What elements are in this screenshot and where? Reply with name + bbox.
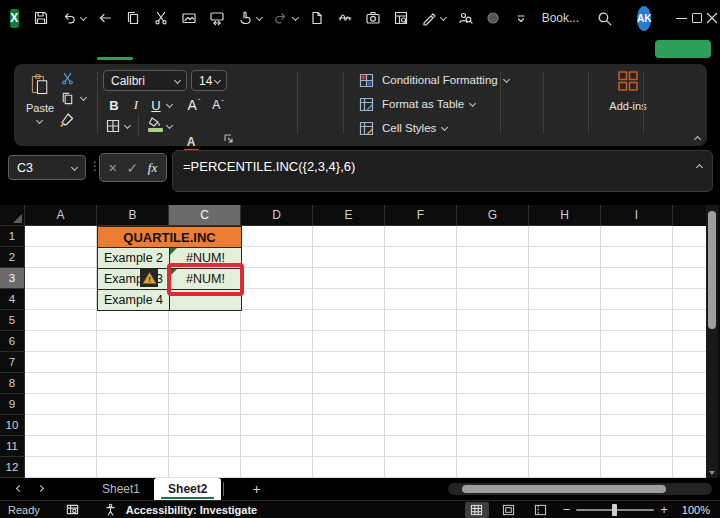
people-search-button[interactable]	[452, 4, 478, 32]
enter-button[interactable]: ✓	[127, 160, 139, 176]
avatar[interactable]: AK	[637, 6, 651, 31]
back-button[interactable]	[92, 4, 118, 32]
edit-text-button[interactable]	[332, 4, 358, 32]
cell-styles-button[interactable]: Cell Styles	[355, 118, 449, 138]
chevron-down-icon[interactable]	[124, 122, 132, 130]
window-close-button[interactable]	[704, 3, 720, 33]
print-preview-button[interactable]	[388, 4, 414, 32]
chevron-down-icon[interactable]	[166, 122, 174, 130]
camera-icon	[362, 6, 384, 30]
select-all-button[interactable]	[0, 205, 25, 226]
row-header-11[interactable]: 11	[0, 436, 25, 457]
font-name-value: Calibri	[111, 74, 145, 88]
horizontal-scrollbar[interactable]	[448, 483, 712, 495]
bold-button[interactable]: B	[104, 95, 124, 115]
addins-button[interactable]: Add-ins	[599, 68, 657, 134]
column-header-E[interactable]: E	[313, 205, 385, 226]
cell-B4[interactable]: Example 4	[97, 289, 170, 311]
copy-button[interactable]	[120, 4, 146, 32]
zoom-in-button[interactable]: +	[660, 502, 668, 517]
record-button[interactable]	[480, 4, 506, 32]
row-header-7[interactable]: 7	[0, 352, 25, 373]
find-replace-button[interactable]	[204, 4, 230, 32]
font-size-select[interactable]: 14	[191, 70, 227, 91]
zoom-out-button[interactable]: −	[563, 502, 571, 517]
new-file-button[interactable]	[304, 4, 330, 32]
redo-button[interactable]	[268, 4, 302, 32]
horizontal-scrollbar-thumb[interactable]	[462, 485, 666, 493]
column-header-D[interactable]: D	[241, 205, 313, 226]
undo-button[interactable]	[56, 4, 90, 32]
cut-button[interactable]	[56, 68, 78, 88]
row-header-9[interactable]: 9	[0, 394, 25, 415]
error-options-button[interactable]: !	[140, 268, 158, 287]
active-tab-indicator	[97, 57, 133, 60]
insert-function-button[interactable]: fx	[148, 160, 157, 176]
previous-sheet-icon[interactable]	[14, 485, 22, 493]
zoom-slider[interactable]	[576, 509, 654, 511]
font-name-select[interactable]: Calibri	[103, 70, 187, 91]
row-header-1[interactable]: 1	[0, 226, 25, 247]
dialog-launcher-icon[interactable]	[222, 132, 234, 144]
vertical-scrollbar[interactable]	[706, 205, 718, 478]
row-header-5[interactable]: 5	[0, 310, 25, 331]
underline-button[interactable]: U	[146, 95, 166, 115]
page-break-view-button[interactable]	[529, 502, 553, 518]
next-sheet-icon[interactable]	[38, 485, 46, 493]
zoom-level[interactable]: 100%	[682, 504, 710, 516]
copy-button[interactable]	[56, 88, 78, 108]
cell-B1[interactable]: QUARTILE.INC	[97, 226, 242, 248]
camera-button[interactable]	[360, 4, 386, 32]
save-button[interactable]	[28, 4, 54, 32]
cut-button[interactable]	[148, 4, 174, 32]
row-header-10[interactable]: 10	[0, 415, 25, 436]
paste-picture-button[interactable]	[176, 4, 202, 32]
cell-B2[interactable]: Example 2	[97, 247, 170, 269]
row-header-3[interactable]: 3	[0, 268, 25, 289]
formula-bar-expand-icon[interactable]	[696, 162, 704, 170]
page-layout-view-button[interactable]	[497, 502, 521, 518]
share-button[interactable]	[655, 40, 711, 58]
scroll-down-arrow-icon[interactable]	[709, 471, 715, 475]
cancel-button[interactable]: ×	[109, 160, 117, 176]
window-maximize-button[interactable]	[689, 3, 705, 33]
grow-font-button[interactable]: Aˆ	[184, 95, 204, 115]
row-header-8[interactable]: 8	[0, 373, 25, 394]
conditional-formatting-button[interactable]: Conditional Formatting	[355, 70, 511, 90]
italic-button[interactable]: I	[126, 95, 146, 115]
window-minimize-button[interactable]	[673, 3, 689, 33]
collapse-ribbon-icon[interactable]	[694, 134, 702, 142]
qat-overflow-button[interactable]	[508, 4, 534, 32]
touch-mode-button[interactable]	[232, 4, 266, 32]
row-header-6[interactable]: 6	[0, 331, 25, 352]
column-header-F[interactable]: F	[385, 205, 457, 226]
column-header-G[interactable]: G	[457, 205, 529, 226]
column-header-H[interactable]: H	[529, 205, 601, 226]
search-icon[interactable]	[593, 6, 615, 30]
paste-button[interactable]: Paste	[20, 70, 60, 136]
zoom-slider-thumb[interactable]	[612, 504, 617, 516]
macro-record-icon[interactable]	[62, 498, 84, 518]
shrink-font-button[interactable]: Aˇ	[208, 95, 228, 115]
normal-view-button[interactable]	[465, 502, 489, 518]
column-header-C[interactable]: C	[169, 205, 241, 226]
format-painter-button[interactable]	[56, 110, 78, 130]
fill-color-button[interactable]	[144, 114, 166, 134]
column-header-I[interactable]: I	[601, 205, 673, 226]
format-as-table-button[interactable]: Format as Table	[355, 94, 477, 114]
row-header-12[interactable]: 12	[0, 457, 25, 478]
column-header-A[interactable]: A	[25, 205, 97, 226]
chevron-down-icon[interactable]	[166, 101, 174, 109]
cell-B3[interactable]: Example 3	[97, 268, 170, 290]
chevron-down-icon[interactable]	[80, 94, 88, 102]
draw-pen-button[interactable]	[416, 4, 450, 32]
column-header-B[interactable]: B	[97, 205, 169, 226]
row-header-4[interactable]: 4	[0, 289, 25, 310]
vertical-scrollbar-thumb[interactable]	[708, 211, 716, 329]
row-header-2[interactable]: 2	[0, 247, 25, 268]
accessibility-status[interactable]: Accessibility: Investigate	[100, 498, 257, 518]
borders-button[interactable]	[102, 116, 124, 136]
name-box[interactable]: C3	[8, 155, 86, 180]
formula-input[interactable]: =PERCENTILE.INC({2,3,4},6)	[172, 150, 713, 192]
add-sheet-button[interactable]: +	[252, 481, 260, 497]
